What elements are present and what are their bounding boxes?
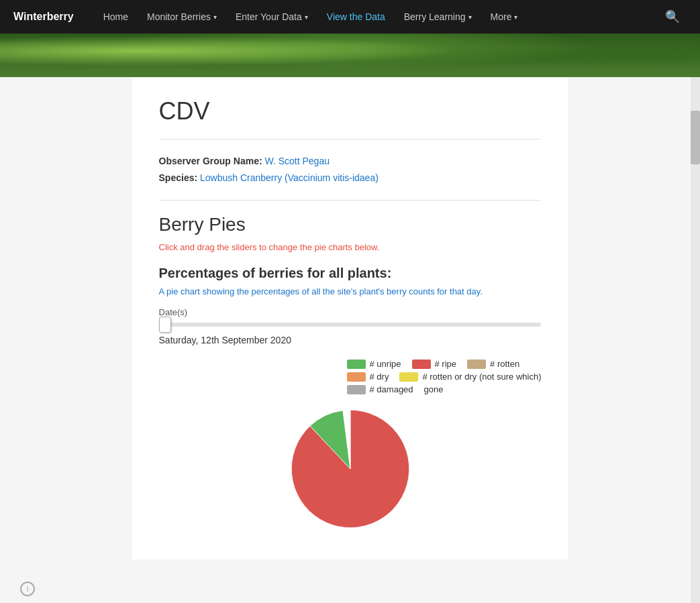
legend-label: # unripe [370, 359, 401, 369]
legend-label: # dry [370, 372, 389, 382]
legend-item: # dry [347, 372, 389, 382]
legend-label: # ripe [435, 359, 457, 369]
chevron-down-icon: ▾ [213, 13, 217, 21]
date-display: Saturday, 12th September 2020 [159, 335, 542, 345]
legend-swatch [412, 360, 431, 369]
nav-links: Home Monitor Berries ▾ Enter Your Data ▾… [94, 0, 658, 34]
legend-swatch [399, 372, 418, 382]
observer-row: Observer Group Name: W. Scott Pegau [159, 153, 542, 170]
species-label: Species: [159, 172, 198, 183]
info-icon[interactable]: i [20, 582, 35, 596]
scrollbar-track [691, 77, 700, 603]
legend-item: # unripe [347, 359, 401, 369]
navigation: Winterberry Home Monitor Berries ▾ Enter… [0, 0, 700, 34]
main-content: CDV Observer Group Name: W. Scott Pegau … [132, 77, 568, 559]
subsection-link[interactable]: all the site's plant's berry counts for … [311, 286, 483, 296]
slider-track[interactable] [159, 323, 542, 327]
hero-image [0, 34, 700, 77]
legend-item: # damaged [347, 384, 413, 394]
meta-block: Observer Group Name: W. Scott Pegau Spec… [159, 153, 542, 186]
legend-item: # ripe [412, 359, 457, 369]
divider [159, 139, 542, 140]
legend-item: # rotten or dry (not sure which) [399, 372, 541, 382]
chevron-down-icon: ▾ [468, 13, 472, 21]
brand-logo[interactable]: Winterberry [13, 11, 74, 23]
legend-row: # dry# rotten or dry (not sure which) [347, 372, 542, 382]
subsection-desc: A pie chart showing the percentages of a… [159, 286, 542, 296]
chevron-down-icon: ▾ [305, 13, 308, 21]
legend-swatch [347, 372, 366, 382]
pie-chart [263, 405, 438, 533]
nav-item-berry-learning[interactable]: Berry Learning ▾ [395, 0, 481, 34]
legend-swatch [347, 385, 366, 394]
nav-item-view-data[interactable]: View the Data [317, 0, 395, 34]
observer-name: W. Scott Pegau [264, 156, 330, 166]
legend-label: # rotten or dry (not sure which) [422, 372, 541, 382]
legend-item: # rotten [467, 359, 519, 369]
legend-label: # rotten [490, 359, 519, 369]
search-icon[interactable]: 🔍 [658, 9, 687, 24]
section-subtitle: Click and drag the sliders to change the… [159, 242, 542, 252]
legend-row: # unripe# ripe# rotten [347, 359, 542, 369]
nav-item-home[interactable]: Home [94, 0, 138, 34]
species-name: Lowbush Cranberry (Vaccinium vitis-idaea… [200, 172, 379, 183]
nav-item-more[interactable]: More ▾ [481, 0, 528, 34]
section-title: Berry Pies [159, 214, 542, 235]
observer-label: Observer Group Name: [159, 156, 262, 166]
pie-chart-container [159, 405, 542, 533]
chevron-down-icon: ▾ [514, 13, 517, 21]
legend-row: # damagedgone [347, 384, 542, 394]
legend-label: # damaged [370, 384, 413, 394]
chart-legend: # unripe# ripe# rotten# dry# rotten or d… [159, 359, 542, 394]
subtitle-link[interactable]: change the pie charts below. [269, 242, 380, 252]
slider-thumb[interactable] [159, 317, 171, 333]
legend-label: gone [424, 384, 444, 394]
page-title: CDV [159, 97, 542, 125]
divider-2 [159, 200, 542, 201]
species-row: Species: Lowbush Cranberry (Vaccinium vi… [159, 170, 542, 186]
date-slider-container [159, 323, 542, 327]
date-label: Date(s) [159, 307, 542, 317]
legend-swatch [347, 360, 366, 369]
scrollbar-thumb[interactable] [691, 111, 700, 164]
subsection-title: Percentages of berries for all plants: [159, 266, 542, 281]
nav-item-enter-data[interactable]: Enter Your Data ▾ [226, 0, 317, 34]
legend-swatch [467, 360, 486, 369]
nav-item-monitor-berries[interactable]: Monitor Berries ▾ [138, 0, 226, 34]
legend-item: gone [424, 384, 444, 394]
